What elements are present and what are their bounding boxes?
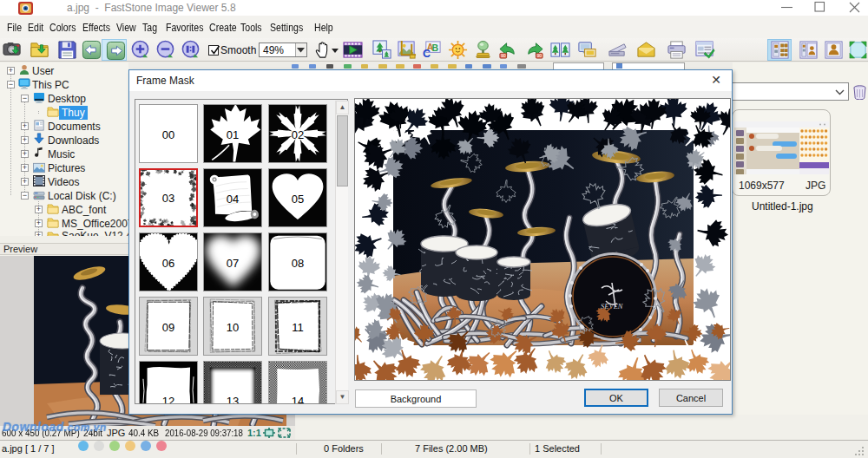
svg-text:90: 90 (501, 53, 506, 58)
svg-text:C: C (423, 48, 431, 60)
svg-text:B: B (432, 43, 439, 53)
svg-text:90: 90 (536, 53, 542, 58)
